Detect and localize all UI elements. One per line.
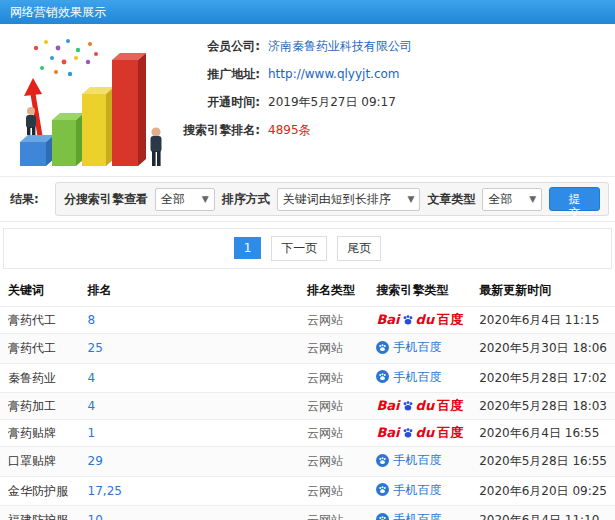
rank-type-cell: 云网站 — [299, 307, 368, 334]
info-row-rank-count: 搜索引擎排名: 4895条 — [148, 116, 412, 144]
rank-link[interactable]: 8 — [88, 313, 96, 327]
engine-cell: Bai du 百度 — [368, 393, 471, 420]
chevron-down-icon: ▼ — [407, 194, 414, 204]
updated-cell: 2020年6月4日 11:15 — [471, 307, 615, 334]
keyword-cell: 金华防护服 — [0, 476, 80, 506]
member-info-list: 会员公司: 济南秦鲁药业科技有限公司 推广地址: http://www.qlyy… — [148, 32, 412, 144]
table-row: 福建防护服 10 云网站 手机百度 2020年6月4日 11:10 — [0, 506, 615, 520]
baidu-mobile-badge: 手机百度 — [376, 512, 441, 520]
baidu-mobile-badge: 手机百度 — [376, 370, 441, 384]
sort-filter-value: 关键词由短到长排序 — [283, 191, 391, 208]
title-bar: 网络营销效果展示 — [0, 0, 615, 24]
keyword-cell: 膏药加工 — [0, 393, 80, 420]
results-label: 结果: — [6, 191, 55, 208]
engine-cell: 手机百度 — [368, 447, 471, 477]
promo-url-label: 推广地址: — [148, 66, 260, 83]
keyword-cell: 膏药贴牌 — [0, 420, 80, 447]
keyword-cell: 膏药代工 — [0, 334, 80, 364]
baidu-paw-icon — [402, 427, 414, 439]
table-header-row: 关键词 排名 排名类型 搜索引擎类型 最新更新时间 — [0, 275, 615, 307]
page-number-current[interactable]: 1 — [234, 237, 262, 259]
pagination: 1 下一页 尾页 — [3, 228, 612, 269]
engine-cell: Bai du 百度 — [368, 420, 471, 447]
filter-controls: 分搜索引擎查看 全部 ▼ 排序方式 关键词由短到长排序 ▼ 文章类型 全部 ▼ … — [55, 182, 609, 216]
info-row-company: 会员公司: 济南秦鲁药业科技有限公司 — [148, 32, 412, 60]
baidu-pc-logo: Bai du 百度 — [376, 426, 463, 440]
updated-cell: 2020年6月20日 09:25 — [471, 476, 615, 506]
mobile-baidu-icon — [376, 341, 389, 354]
sort-filter-label: 排序方式 — [222, 191, 270, 208]
table-row: 膏药代工 25 云网站 手机百度 2020年5月30日 18:06 — [0, 334, 615, 364]
table-row: 膏药加工 4 云网站 Bai du 百度 2020年5月28日 18:03 — [0, 393, 615, 420]
engine-cell: 手机百度 — [368, 476, 471, 506]
engine-cell: 手机百度 — [368, 334, 471, 364]
rank-type-cell: 云网站 — [299, 363, 368, 393]
rank-link[interactable]: 25 — [88, 341, 103, 355]
engine-cell: 手机百度 — [368, 363, 471, 393]
col-keyword: 关键词 — [0, 275, 80, 307]
chevron-down-icon: ▼ — [529, 194, 536, 204]
chevron-down-icon: ▼ — [202, 194, 209, 204]
promo-url-link[interactable]: http://www.qlyyjt.com — [268, 67, 400, 81]
rank-link[interactable]: 29 — [88, 454, 103, 468]
mobile-baidu-icon — [376, 454, 389, 467]
submit-button[interactable]: 提交 — [549, 187, 600, 211]
rank-link[interactable]: 10 — [88, 513, 103, 520]
page: 网络营销效果展示 — [0, 0, 615, 520]
article-type-label: 文章类型 — [427, 191, 475, 208]
baidu-pc-logo: Bai du 百度 — [376, 399, 463, 413]
mobile-baidu-icon — [376, 483, 389, 496]
summary-section: 会员公司: 济南秦鲁药业科技有限公司 推广地址: http://www.qlyy… — [0, 24, 615, 176]
table-row: 膏药贴牌 1 云网站 Bai du 百度 2020年6月4日 16:55 — [0, 420, 615, 447]
next-page-button[interactable]: 下一页 — [271, 236, 327, 261]
col-updated: 最新更新时间 — [471, 275, 615, 307]
mobile-baidu-label: 手机百度 — [393, 340, 441, 354]
page-title: 网络营销效果展示 — [10, 5, 106, 19]
engine-filter-label: 分搜索引擎查看 — [64, 191, 148, 208]
keyword-cell: 膏药代工 — [0, 307, 80, 334]
baidu-paw-icon — [402, 314, 414, 326]
col-engine-type: 搜索引擎类型 — [368, 275, 471, 307]
last-page-button[interactable]: 尾页 — [337, 236, 381, 261]
rank-count-value: 4895条 — [268, 122, 311, 139]
mobile-baidu-icon — [376, 513, 389, 520]
rank-link[interactable]: 4 — [88, 399, 96, 413]
table-row: 金华防护服 17,25 云网站 手机百度 2020年6月20日 09:25 — [0, 476, 615, 506]
keyword-rank-table: 关键词 排名 排名类型 搜索引擎类型 最新更新时间 膏药代工 8 云网站 Bai… — [0, 275, 615, 520]
article-type-select[interactable]: 全部 ▼ — [482, 188, 542, 211]
rank-type-cell: 云网站 — [299, 476, 368, 506]
rank-type-cell: 云网站 — [299, 393, 368, 420]
info-row-url: 推广地址: http://www.qlyyjt.com — [148, 60, 412, 88]
rank-link[interactable]: 4 — [88, 371, 96, 385]
rank-count-label: 搜索引擎排名: — [148, 122, 260, 139]
col-rank-type: 排名类型 — [299, 275, 368, 307]
mobile-baidu-icon — [376, 370, 389, 383]
open-time-value: 2019年5月27日 09:17 — [268, 94, 396, 111]
updated-cell: 2020年5月30日 18:06 — [471, 334, 615, 364]
keyword-cell: 口罩贴牌 — [0, 447, 80, 477]
rank-link[interactable]: 17,25 — [88, 484, 122, 498]
keyword-cell: 秦鲁药业 — [0, 363, 80, 393]
baidu-paw-icon — [402, 400, 414, 412]
engine-filter-select[interactable]: 全部 ▼ — [155, 188, 215, 211]
engine-filter-value: 全部 — [161, 191, 185, 208]
updated-cell: 2020年5月28日 18:03 — [471, 393, 615, 420]
rank-link[interactable]: 1 — [88, 426, 96, 440]
updated-cell: 2020年5月28日 17:02 — [471, 363, 615, 393]
mobile-baidu-label: 手机百度 — [393, 512, 441, 520]
open-time-label: 开通时间: — [148, 94, 260, 111]
table-row: 膏药代工 8 云网站 Bai du 百度 2020年6月4日 11:15 — [0, 307, 615, 334]
rank-type-cell: 云网站 — [299, 447, 368, 477]
rank-type-cell: 云网站 — [299, 334, 368, 364]
mobile-baidu-label: 手机百度 — [393, 483, 441, 497]
filter-bar: 结果: 分搜索引擎查看 全部 ▼ 排序方式 关键词由短到长排序 ▼ 文章类型 全… — [0, 176, 615, 222]
company-link[interactable]: 济南秦鲁药业科技有限公司 — [268, 38, 412, 55]
table-row: 秦鲁药业 4 云网站 手机百度 2020年5月28日 17:02 — [0, 363, 615, 393]
rank-type-cell: 云网站 — [299, 420, 368, 447]
updated-cell: 2020年5月28日 16:55 — [471, 447, 615, 477]
sort-filter-select[interactable]: 关键词由短到长排序 ▼ — [277, 188, 421, 211]
baidu-pc-logo: Bai du 百度 — [376, 313, 463, 327]
engine-cell: 手机百度 — [368, 506, 471, 520]
keyword-cell: 福建防护服 — [0, 506, 80, 520]
updated-cell: 2020年6月4日 11:10 — [471, 506, 615, 520]
